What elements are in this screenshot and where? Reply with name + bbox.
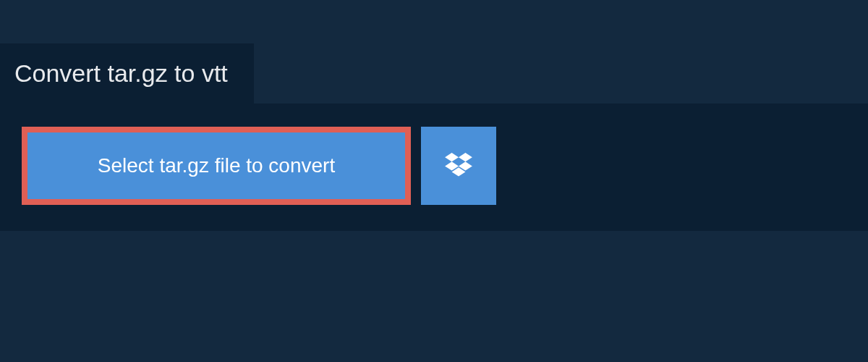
select-file-button[interactable]: Select tar.gz file to convert — [22, 127, 411, 205]
dropbox-button[interactable] — [421, 127, 496, 205]
upload-panel: Select tar.gz file to convert — [0, 104, 868, 231]
select-file-label: Select tar.gz file to convert — [98, 154, 335, 177]
dropbox-icon — [445, 153, 472, 180]
header-tab: Convert tar.gz to vtt — [0, 43, 254, 104]
page-title: Convert tar.gz to vtt — [14, 59, 228, 88]
